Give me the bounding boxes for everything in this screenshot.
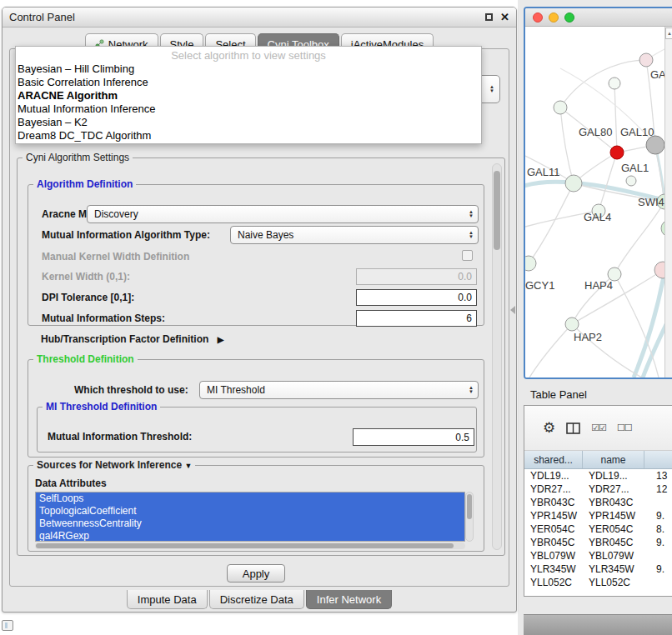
scroll-up-arrow-icon[interactable]: ▲ [665, 28, 672, 39]
sources-group-toggle[interactable]: Sources for Network Inference ▼ [33, 459, 195, 471]
hub-section-label: Hub/Transcription Factor Definition [41, 333, 208, 345]
cell: YDL19... [583, 469, 644, 482]
dpi-tolerance-label: DPI Tolerance [0,1]: [42, 292, 134, 303]
table-row[interactable]: YBR043C YBR043C [524, 496, 672, 509]
network-node[interactable] [565, 318, 579, 331]
popup-item-selected[interactable]: ARACNE Algorithm [16, 89, 481, 102]
network-node[interactable] [626, 176, 636, 186]
column-header-shared-name[interactable]: shared... [524, 451, 583, 468]
aracne-mode-select[interactable]: Discovery ▲▼ [87, 205, 479, 223]
cyni-algorithm-settings-group: Cyni Algorithm Settings Algorithm Defini… [17, 158, 505, 556]
gear-icon[interactable]: ⚙ [543, 419, 555, 437]
cell: YDR27... [583, 482, 644, 496]
column-header-extra[interactable] [644, 451, 672, 468]
manual-kernel-label: Manual Kernel Width Definition [42, 251, 189, 262]
panel-restore-icon[interactable] [2, 620, 13, 631]
mi-steps-label: Mutual Information Steps: [42, 312, 165, 324]
tab-label: Infer Network [317, 593, 381, 606]
node-label: GCY1 [525, 279, 554, 292]
settings-vertical-scrollbar[interactable] [492, 163, 502, 550]
threshold-definition-group: Threshold Definition Which threshold to … [28, 359, 484, 458]
mi-algorithm-type-select[interactable]: Naive Bayes ▲▼ [230, 226, 479, 244]
manual-kernel-checkbox[interactable] [462, 250, 473, 261]
table-row[interactable]: YBR045C YBR045C 9. [524, 536, 672, 549]
node-label: GAL4 [584, 211, 611, 223]
network-graph[interactable]: GAL GAL80 GAL10 GAL11 GAL1 SWI4 GAL4 GCY… [525, 27, 672, 378]
network-vertical-scrollbar[interactable]: ▲ [664, 27, 672, 378]
network-node[interactable] [565, 175, 582, 192]
network-node[interactable] [639, 53, 653, 67]
field-value: 6 [466, 312, 472, 324]
combo-arrows-icon: ▲▼ [469, 231, 478, 239]
float-window-icon[interactable] [485, 13, 493, 21]
tab-infer-network[interactable]: Infer Network [306, 590, 392, 609]
tab-label: Discretize Data [220, 593, 293, 606]
table-row[interactable]: YLL052C YLL052C [524, 576, 672, 589]
bottom-status-bar [524, 614, 672, 635]
control-panel-titlebar[interactable]: Control Panel ✕ [3, 8, 516, 28]
table-row[interactable]: YER054C YER054C 8. [524, 522, 672, 536]
cell: YER054C [524, 522, 583, 536]
tab-discretize-data[interactable]: Discretize Data [209, 590, 304, 609]
deselect-all-icon[interactable]: ☐☐ [617, 422, 632, 433]
mi-steps-field[interactable]: 6 [356, 310, 477, 327]
attributes-list-vscrollbar[interactable] [465, 492, 474, 542]
network-node[interactable] [525, 256, 536, 271]
list-item[interactable]: TopologicalCoefficient [36, 505, 464, 518]
network-window-titlebar[interactable] [525, 8, 672, 27]
columns-icon[interactable] [566, 422, 580, 434]
list-item[interactable]: BetweennessCentrality [36, 518, 464, 530]
attributes-list-hscrollbar[interactable] [35, 542, 465, 549]
cell: YLL052C [524, 576, 583, 589]
apply-button[interactable]: Apply [227, 564, 285, 582]
tab-label: Impute Data [138, 593, 197, 606]
mi-threshold-field[interactable]: 0.5 [353, 428, 474, 446]
splitter-collapse-arrow-icon[interactable] [510, 306, 515, 314]
expand-down-icon: ▼ [184, 462, 192, 470]
data-attributes-list[interactable]: SelfLoops TopologicalCoefficient Between… [35, 492, 465, 542]
hub-section-toggle[interactable]: Hub/Transcription Factor Definition ▶ [41, 333, 223, 345]
window-zoom-button[interactable] [564, 12, 574, 22]
screen: GAL GAL80 GAL10 GAL11 GAL1 SWI4 GAL4 GCY… [0, 0, 672, 635]
select-all-icon[interactable]: ☑☑ [591, 422, 606, 433]
node-label: HAP2 [574, 331, 602, 343]
network-node[interactable] [646, 136, 664, 154]
table-row[interactable]: YDR27... YDR27... 12 [524, 482, 672, 496]
kernel-width-field[interactable]: 0.0 [356, 268, 477, 285]
node-label: HAP4 [584, 279, 613, 292]
table-panel-title: Table Panel [530, 388, 587, 401]
cell [644, 549, 672, 562]
list-item[interactable]: SelfLoops [36, 492, 464, 505]
table-row[interactable]: YDL19... YDL19... 13 [524, 469, 672, 482]
table-panel-window: ⚙ ☑☑ ☐☐ shared... name YDL19... YDL19...… [524, 405, 672, 597]
algorithm-definition-group: Algorithm Definition Aracne Mode: Discov… [28, 184, 484, 326]
table-row[interactable]: YBL079W YBL079W [524, 549, 672, 562]
popup-item[interactable]: Basic Correlation Inference [16, 76, 481, 89]
popup-item[interactable]: Dream8 DC_TDC Algorithm [16, 129, 481, 142]
table-row[interactable]: YPR145W YPR145W 9. [524, 509, 672, 522]
network-node[interactable] [610, 146, 624, 159]
table-toolbar: ⚙ ☑☑ ☐☐ [524, 406, 672, 451]
column-header-name[interactable]: name [583, 451, 644, 468]
popup-item[interactable]: Bayesian – K2 [16, 116, 481, 129]
popup-item[interactable]: Bayesian – Hill Climbing [16, 62, 481, 76]
table-row[interactable]: YLR345W YLR345W 9. [524, 562, 672, 576]
which-threshold-select[interactable]: MI Threshold ▲▼ [199, 381, 479, 399]
mi-threshold-definition-group: MI Threshold Definition Mutual Informati… [37, 407, 477, 452]
popup-item[interactable]: Mutual Information Inference [16, 102, 481, 116]
close-icon[interactable]: ✕ [500, 12, 509, 22]
tab-impute-data[interactable]: Impute Data [127, 590, 208, 609]
window-minimize-button[interactable] [549, 12, 559, 22]
network-node[interactable] [609, 78, 620, 89]
mi-threshold-label: Mutual Information Threshold: [48, 431, 192, 442]
cell: 13 [644, 469, 672, 482]
network-node[interactable] [554, 101, 567, 114]
cell: YBR043C [583, 496, 644, 509]
list-item[interactable]: gal4RGexp [36, 530, 464, 542]
window-close-button[interactable] [533, 12, 543, 22]
control-panel-title: Control Panel [9, 11, 485, 23]
network-canvas-area[interactable]: GAL GAL80 GAL10 GAL11 GAL1 SWI4 GAL4 GCY… [525, 27, 672, 378]
cell: YLR345W [524, 562, 583, 576]
group-title-label: Sources for Network Inference [37, 459, 182, 471]
dpi-tolerance-field[interactable]: 0.0 [356, 289, 477, 306]
